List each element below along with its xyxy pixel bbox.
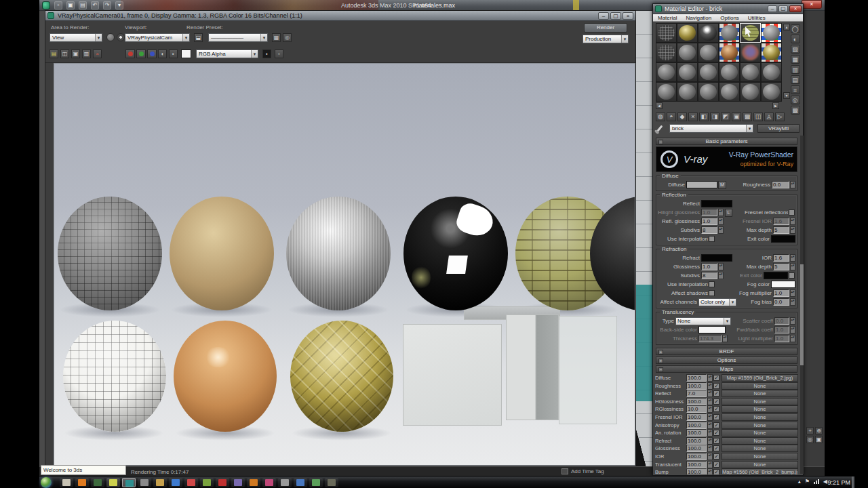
render-window-titlebar[interactable]: VRayPhysicalCamera01, frame 0, Display G… [45, 11, 635, 21]
make-preview-icon[interactable]: ▤ [791, 75, 800, 84]
map-slot-button[interactable]: None [722, 382, 798, 390]
volume-icon[interactable]: ◀ [823, 479, 827, 485]
taskbar-icon-media-app[interactable] [138, 478, 151, 487]
subdivs-field[interactable]: 8 [701, 226, 717, 234]
clear-image-icon[interactable]: × [93, 49, 102, 58]
video-color-check-icon[interactable]: ▥ [791, 65, 800, 74]
spinner[interactable]: ▴▾ [707, 390, 713, 397]
map-slot-button[interactable]: Map #1559 (Old_Brick_2.jpg) [722, 374, 798, 382]
refl-glossiness-field[interactable]: 1.0 [701, 218, 717, 225]
taskbar-icon-flash[interactable] [216, 478, 229, 487]
taskbar-icon-app-green[interactable] [91, 478, 104, 487]
max-depth-field[interactable]: 5 [773, 263, 789, 270]
map-enable-checkbox[interactable]: ✓ [713, 383, 719, 389]
channel-display-dropdown[interactable]: RGB Alpha [196, 49, 258, 58]
taskbar-icon-app-dark[interactable] [325, 478, 338, 487]
scatter-coeff-field[interactable]: 0.0 [774, 317, 789, 325]
menu-material[interactable]: Material [658, 15, 677, 21]
affect-shadows-checkbox[interactable] [709, 290, 715, 296]
map-enable-checkbox[interactable]: ✓ [713, 414, 719, 420]
taskbar-clock[interactable]: 9:21 PM [827, 479, 850, 486]
minimize-button[interactable]: – [768, 5, 777, 12]
light-multiplier-field[interactable]: 1.0 [774, 335, 789, 342]
material-slot-gray[interactable] [677, 82, 698, 102]
taskbar-icon-app-red[interactable] [184, 478, 198, 487]
tray-expand-icon[interactable]: ▴ [798, 479, 801, 485]
save-file-icon[interactable]: ▤ [79, 1, 87, 9]
map-enable-checkbox[interactable]: ✓ [713, 375, 719, 381]
go-to-parent-icon[interactable]: ◬ [764, 113, 774, 121]
close-button[interactable]: × [789, 5, 802, 12]
viewport-dropdown[interactable]: VRayPhysicalCam [125, 33, 190, 42]
fog-multiplier-field[interactable]: 1.0 [773, 289, 789, 297]
copy-image-icon[interactable]: ◫ [60, 49, 69, 58]
back-side-color-swatch[interactable] [698, 326, 726, 333]
material-slot-gray[interactable] [719, 62, 740, 82]
material-slot-brick-selected[interactable] [740, 23, 761, 43]
taskbar-icon-after-effects[interactable] [231, 478, 245, 487]
select-by-material-icon[interactable]: ◎ [791, 96, 800, 104]
use-interpolation-checkbox[interactable] [709, 236, 715, 242]
map-amount-field[interactable]: 7.0 [686, 390, 707, 397]
material-slot-gray[interactable] [698, 82, 719, 102]
material-slot-gold-shiny[interactable] [677, 23, 698, 43]
spinner[interactable]: ▴▾ [707, 437, 713, 445]
spinner[interactable]: ▴▾ [707, 374, 713, 382]
pan-icon[interactable]: + [806, 427, 814, 434]
map-enable-checkbox[interactable]: ✓ [713, 406, 719, 412]
spinner[interactable]: ▴▾ [707, 429, 713, 436]
background-color-swatch[interactable] [181, 49, 191, 58]
spinner[interactable]: ▴▾ [707, 453, 713, 460]
spinner[interactable]: ▴▾ [790, 181, 795, 188]
map-slot-button[interactable]: None [722, 405, 798, 413]
map-slot-button[interactable]: None [722, 453, 798, 460]
sample-uv-tiling-icon[interactable]: ▦ [791, 55, 800, 64]
map-slot-button[interactable]: None [722, 437, 798, 445]
undo-icon[interactable]: ↶ [91, 1, 99, 9]
rollout-basic-parameters[interactable]: −Basic parameters [656, 138, 797, 145]
taskbar-icon-app-gray[interactable] [278, 478, 292, 487]
map-amount-field[interactable]: 100.0 [686, 398, 707, 405]
use-interpolation-checkbox[interactable] [709, 281, 715, 287]
time-tag-icon[interactable] [561, 468, 568, 474]
app-icon[interactable] [42, 1, 50, 9]
render-setup-icon[interactable]: ▦ [272, 33, 281, 42]
map-amount-field[interactable]: 100.0 [686, 374, 707, 382]
material-slot-gold-checker[interactable] [761, 43, 782, 62]
spinner[interactable]: ▴▾ [707, 382, 713, 390]
reset-map-icon[interactable]: × [688, 113, 698, 121]
material-slot-gray[interactable] [677, 62, 698, 82]
alpha-channel-icon[interactable]: ▪ [169, 49, 178, 58]
taskbar-icon-premiere[interactable] [294, 478, 307, 487]
minimize-button[interactable]: – [598, 12, 609, 20]
material-slot-gray[interactable] [656, 62, 677, 82]
map-enable-checkbox[interactable]: ✓ [713, 438, 719, 444]
fog-bias-field[interactable]: 0.0 [773, 298, 789, 306]
spinner[interactable]: ▴▾ [707, 445, 713, 452]
network-signal-icon[interactable] [814, 479, 819, 484]
taskbar-icon-pictures[interactable] [309, 478, 323, 487]
max-depth-field[interactable]: 5 [773, 226, 789, 234]
map-enable-checkbox[interactable]: ✓ [713, 462, 719, 468]
taskbar-icon-folder[interactable] [153, 478, 167, 487]
reflect-color-swatch[interactable] [701, 200, 732, 207]
material-slot-glossy-dark[interactable] [698, 23, 719, 43]
material-slot-gray[interactable] [761, 62, 782, 82]
options-icon[interactable]: ≡ [791, 85, 800, 94]
spinner[interactable]: ▴▾ [707, 461, 713, 468]
material-slot-gray[interactable] [719, 82, 740, 102]
redo-icon[interactable]: ↷ [103, 1, 111, 9]
taskbar-icon-dreamweaver[interactable] [200, 478, 214, 487]
map-amount-field[interactable]: 100.0 [686, 468, 707, 474]
menu-utilities[interactable]: Utilities [748, 15, 766, 21]
material-slot-gray[interactable] [698, 62, 719, 82]
maximize-button[interactable]: ▢ [610, 12, 621, 20]
hilight-glossiness-field[interactable]: 1.0 [701, 209, 717, 216]
map-amount-field[interactable]: 100.0 [686, 422, 707, 429]
taskbar-icon-messenger[interactable] [169, 478, 182, 487]
map-enable-checkbox[interactable]: ✓ [713, 469, 719, 474]
map-amount-field[interactable]: 100.0 [686, 445, 707, 452]
material-slot-gray[interactable] [740, 82, 761, 102]
parameters-scrollbar[interactable] [800, 136, 804, 474]
render-preset-dropdown[interactable]: —————— [208, 33, 268, 42]
